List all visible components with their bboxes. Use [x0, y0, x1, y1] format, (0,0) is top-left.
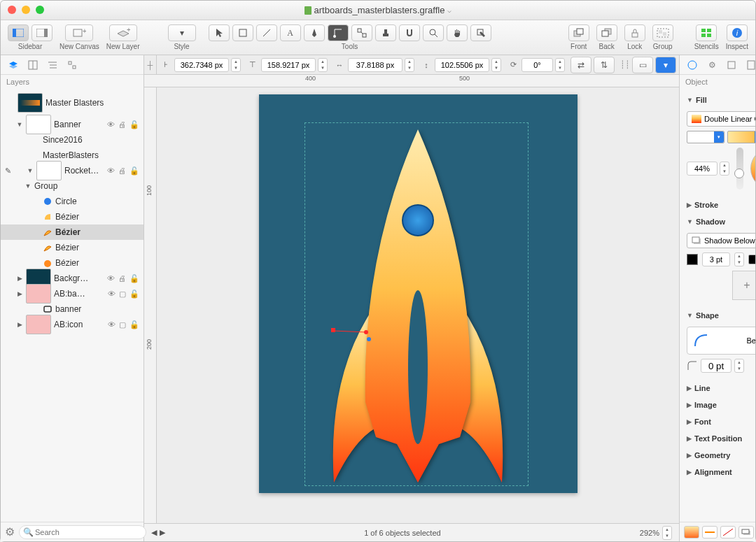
back-button[interactable] — [596, 24, 617, 41]
front-button[interactable] — [568, 24, 589, 41]
canvas-stage[interactable] — [157, 87, 679, 523]
h-input[interactable] — [435, 58, 489, 72]
guides-tab-icon[interactable] — [26, 59, 40, 71]
shadow-blur-stepper[interactable]: ▲▼ — [734, 252, 744, 266]
chevron-down-icon[interactable]: ⌵ — [447, 6, 451, 14]
tray-fill-button[interactable] — [684, 526, 699, 539]
tool-line[interactable] — [256, 24, 277, 41]
h-stepper[interactable]: ▲▼ — [491, 58, 501, 72]
w-stepper[interactable]: ▲▼ — [405, 58, 414, 72]
layer-row[interactable]: Bézier — [1, 224, 144, 240]
prev-canvas-button[interactable]: ◀ — [151, 528, 157, 537]
x-input[interactable] — [174, 58, 229, 72]
tool-select[interactable] — [209, 24, 230, 41]
style-button[interactable]: ▾ — [168, 24, 196, 41]
layer-row[interactable]: Master Blasters — [1, 89, 144, 117]
gear-icon[interactable]: ⚙ — [5, 525, 15, 539]
selection-tab-icon[interactable] — [65, 59, 79, 71]
properties-inspector-tab[interactable]: ⚙ — [705, 59, 719, 71]
tool-zoom[interactable] — [423, 24, 444, 41]
maximize-window-button[interactable] — [36, 6, 44, 14]
fill-swatch-2[interactable]: ▾ — [727, 131, 755, 143]
tray-image-button[interactable] — [720, 526, 736, 539]
zoom-stepper[interactable]: ▲▼ — [662, 526, 672, 540]
sidebar-toggle-right[interactable] — [31, 24, 52, 41]
alignment-section-header[interactable]: ▶Alignment — [687, 464, 755, 480]
rot-input[interactable] — [522, 58, 553, 72]
gradient-angle-wheel[interactable]: 90° — [750, 148, 755, 190]
tool-pen[interactable] — [304, 24, 325, 41]
layer-row[interactable]: MasterBlasters — [1, 148, 144, 163]
tool-text[interactable]: A — [280, 24, 301, 41]
text-position-section-header[interactable]: ▶Text Position — [687, 430, 755, 447]
layer-row[interactable]: ✎▼Rocket…👁🖨🔓 — [1, 163, 144, 178]
artboard[interactable] — [259, 94, 578, 493]
rot-stepper[interactable]: ▲▼ — [555, 58, 565, 72]
inspect-button[interactable]: i — [727, 24, 748, 41]
fill-type-select[interactable]: Double Linear Gradient▴▾ — [687, 111, 755, 127]
tool-action[interactable] — [470, 24, 491, 41]
font-section-header[interactable]: ▶Font — [687, 413, 755, 430]
canvas-inspector-tab[interactable] — [724, 59, 738, 71]
group-button[interactable] — [652, 24, 673, 41]
layer-row[interactable]: ▼Group — [1, 178, 144, 194]
fill-midpoint-slider[interactable] — [736, 148, 743, 190]
outline-tab-icon[interactable] — [46, 59, 59, 71]
fill-section-header[interactable]: ▼Fill — [687, 92, 755, 108]
document-inspector-tab[interactable] — [744, 59, 755, 71]
layer-row[interactable]: ▶Backgr…👁🖨🔓 — [1, 271, 144, 286]
shadow-section-header[interactable]: ▼Shadow — [687, 213, 755, 230]
layer-row[interactable]: ▼Banner👁🖨🔓 — [1, 117, 144, 132]
w-input[interactable] — [348, 58, 402, 72]
layer-row[interactable]: Circle — [1, 194, 144, 209]
tool-hand[interactable] — [447, 24, 468, 41]
shadow-type-select[interactable]: Shadow Below Layer▴▾ — [687, 233, 755, 248]
layers-tree[interactable]: Master Blasters▼Banner👁🖨🔓Since2016Master… — [1, 89, 144, 522]
tool-shape[interactable] — [232, 24, 253, 41]
shape-type-box[interactable]: Bezier — [687, 327, 755, 355]
tool-diagram[interactable] — [351, 24, 372, 41]
layer-row[interactable]: Bézier — [1, 240, 144, 255]
image-section-header[interactable]: ▶Image — [687, 397, 755, 413]
stroke-section-header[interactable]: ▶Stroke — [687, 197, 755, 213]
shadow-color-swatch[interactable] — [687, 254, 698, 265]
layer-row[interactable]: ▶AB:icon👁▢🔓 — [1, 317, 144, 332]
zoom-value[interactable]: 292% — [640, 529, 659, 537]
geometry-section-header[interactable]: ▶Geometry — [687, 447, 755, 464]
shape-section-header[interactable]: ▼Shape — [687, 307, 755, 324]
tray-shadow-button[interactable] — [738, 526, 754, 539]
lock-button[interactable] — [624, 24, 645, 41]
flip-v-button[interactable]: ⇅ — [594, 57, 615, 73]
new-layer-button[interactable]: + — [109, 24, 137, 41]
fill-swatch-1[interactable]: ▾ — [687, 131, 724, 143]
layers-tab-icon[interactable] — [6, 59, 20, 71]
layer-row[interactable]: Since2016 — [1, 132, 144, 148]
corner-stepper[interactable]: ▲▼ — [734, 359, 744, 373]
shadow-blur-input[interactable] — [702, 252, 730, 266]
new-canvas-button[interactable]: + — [65, 24, 93, 41]
line-section-header[interactable]: ▶Line — [687, 380, 755, 397]
close-window-button[interactable] — [8, 6, 16, 14]
rocket-shape[interactable] — [299, 129, 537, 486]
tool-magnet[interactable] — [399, 24, 420, 41]
stencils-button[interactable] — [696, 24, 717, 41]
shadow-offset-pad[interactable]: + — [732, 271, 755, 300]
object-inspector-tab[interactable] — [685, 59, 699, 71]
corner-radius-input[interactable] — [701, 359, 732, 373]
fill-percent-stepper[interactable]: ▲▼ — [720, 162, 729, 176]
layer-row[interactable]: Bézier — [1, 255, 144, 271]
fill-percent-input[interactable] — [687, 162, 718, 176]
tool-point[interactable] — [328, 24, 349, 41]
y-stepper[interactable]: ▲▼ — [318, 58, 328, 72]
layer-search-input[interactable] — [19, 525, 146, 539]
x-stepper[interactable]: ▲▼ — [231, 58, 241, 72]
layer-row[interactable]: Bézier — [1, 209, 144, 224]
flip-h-button[interactable]: ⇄ — [570, 57, 592, 73]
align-drop[interactable]: ▾ — [655, 57, 676, 73]
tray-stroke-button[interactable] — [702, 526, 718, 539]
layer-row[interactable]: banner — [1, 301, 144, 317]
align-button[interactable]: ▭ — [632, 57, 653, 73]
tool-stamp[interactable] — [375, 24, 396, 41]
y-input[interactable] — [261, 58, 316, 72]
next-canvas-button[interactable]: ▶ — [160, 528, 165, 537]
